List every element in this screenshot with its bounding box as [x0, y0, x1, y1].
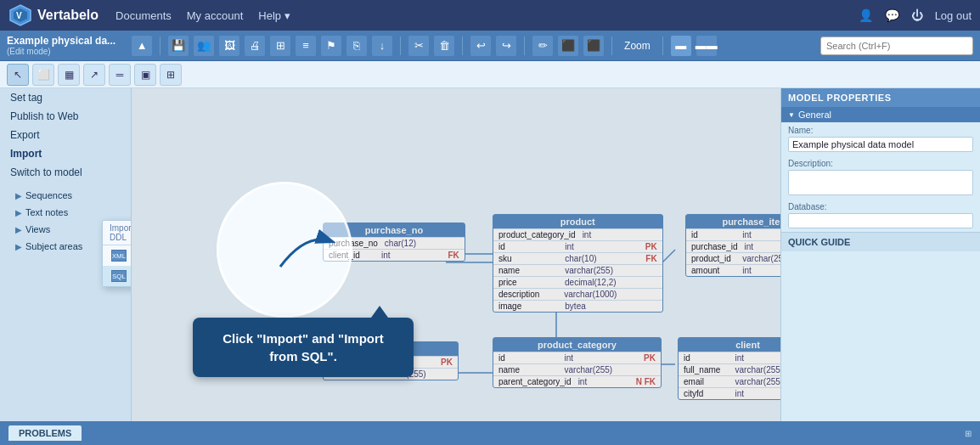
pc-row-3: parent_category_idintN FK: [493, 375, 661, 387]
tb-save-btn[interactable]: 💾: [167, 35, 189, 57]
purchase-item-table[interactable]: purchase_item idintPK purchase_idintFK p…: [685, 214, 780, 277]
nav-links: Documents My account Help ▾: [115, 9, 859, 22]
product-row-3: skuchar(10)FK: [493, 252, 662, 264]
tool-table[interactable]: ▦: [58, 64, 80, 86]
props-db-input[interactable]: [788, 213, 973, 228]
tb-flag-btn[interactable]: ⚑: [320, 35, 342, 57]
props-name-field: Name:: [781, 122, 980, 155]
tb-view2-btn[interactable]: ▬▬: [696, 35, 718, 57]
props-db-field: Database:: [781, 199, 980, 232]
tb-view1-btn[interactable]: ▬: [670, 35, 692, 57]
client-table[interactable]: client idintPK full_namevarchar(255)FK e…: [678, 337, 780, 400]
pi-row-1: idintPK: [686, 228, 780, 240]
purchase-table-header: purchase_no: [324, 223, 465, 237]
tb-import-btn[interactable]: ↓: [371, 35, 393, 57]
tool-fk[interactable]: ↗: [83, 64, 105, 86]
app-name: Vertabelo: [37, 8, 99, 23]
props-name-input[interactable]: [788, 137, 973, 152]
import-sql-item[interactable]: SQL Import from SQL: [103, 266, 132, 286]
tb-delete-btn[interactable]: 🗑: [433, 35, 455, 57]
nav-my-account[interactable]: My account: [187, 9, 243, 22]
chat-icon[interactable]: 💬: [885, 8, 899, 22]
props-desc-field: Description:: [781, 155, 980, 199]
product-table[interactable]: product product_category_idint idintPK s…: [493, 214, 663, 313]
tool-rect-select[interactable]: ⬜: [32, 64, 54, 86]
tb-copy-btn[interactable]: ⎘: [346, 35, 368, 57]
nav-help[interactable]: Help ▾: [258, 9, 290, 22]
props-general-section: ▼ General: [781, 107, 980, 122]
triangle-icon: ▼: [788, 111, 795, 119]
cl-row-2: full_namevarchar(255)FK: [679, 363, 780, 375]
canvas: purchase_no purchase_nochar(12) client_i…: [132, 88, 780, 421]
product-table-header: product: [493, 215, 662, 228]
product-category-table[interactable]: product_category idintPK namevarchar(255…: [493, 337, 662, 388]
toolbar2: ↖ ⬜ ▦ ↗ ═ ▣ ⊞: [0, 61, 980, 88]
main-layout: Set tag Publish to Web Export Import Swi…: [0, 88, 980, 421]
tb-list-btn[interactable]: ≡: [295, 35, 317, 57]
tool-view[interactable]: ▣: [134, 64, 156, 86]
logo[interactable]: V Vertabelo: [8, 3, 99, 27]
sidebar-sequences[interactable]: ▶ Sequences: [0, 187, 131, 204]
purchase-item-header: purchase_item: [686, 215, 780, 228]
tool-relation[interactable]: ═: [109, 64, 131, 86]
props-quick-guide: QUICK GUIDE: [781, 232, 980, 251]
search-input[interactable]: [820, 37, 973, 55]
pc-row-1: idintPK: [493, 352, 661, 363]
purchase-table[interactable]: purchase_no purchase_nochar(12) client_i…: [323, 222, 465, 262]
sep5: [611, 37, 612, 55]
tb-redo-btn[interactable]: ↪: [495, 35, 517, 57]
sidebar-publish[interactable]: Publish to Web: [0, 107, 131, 126]
props-db-label: Database:: [788, 202, 973, 211]
props-desc-label: Description:: [788, 159, 973, 168]
user-icon[interactable]: 👤: [859, 8, 873, 22]
import-xml-item[interactable]: XML Import from XML: [103, 245, 132, 266]
sep6: [662, 37, 663, 55]
tb-image-btn[interactable]: 🖼: [218, 35, 240, 57]
props-title: MODEL PROPERTIES: [781, 88, 980, 107]
svg-text:V: V: [16, 11, 22, 20]
sep4: [524, 37, 525, 55]
sidebar-import[interactable]: Import: [0, 144, 131, 163]
sep3: [462, 37, 463, 55]
xml-icon: XML: [111, 250, 127, 262]
product-row-5: pricedecimal(12,2): [493, 276, 662, 288]
tool-area[interactable]: ⊞: [160, 64, 182, 86]
doc-title: Example physical da...: [7, 35, 115, 47]
tb-cut-btn[interactable]: ✂: [408, 35, 430, 57]
nav-documents[interactable]: Documents: [115, 9, 172, 22]
canvas-coords: ⊞: [965, 429, 972, 438]
tooltip-bubble: Click "Import" and "Import from SQL".: [193, 318, 414, 377]
tb-align-left-btn[interactable]: ⬛: [557, 35, 579, 57]
logout-button[interactable]: Log out: [935, 9, 972, 22]
sidebar-export[interactable]: Export: [0, 126, 131, 144]
tb-edit-btn[interactable]: ✏: [532, 35, 554, 57]
sidebar-switch-model[interactable]: Switch to model: [0, 163, 131, 182]
product-row-7: imagebytea: [493, 300, 662, 312]
sidebar-text-notes[interactable]: ▶ Text notes: [0, 204, 131, 221]
sidebar-set-tag[interactable]: Set tag: [0, 88, 131, 107]
bottom-bar: PROBLEMS ⊞: [0, 421, 980, 445]
zoom-label: Zoom: [619, 40, 656, 52]
product-category-header: product_category: [493, 338, 661, 352]
power-icon[interactable]: ⏻: [911, 8, 923, 22]
purchase-row-1: purchase_nochar(12): [324, 237, 465, 249]
props-name-label: Name:: [788, 126, 973, 135]
top-nav: V Vertabelo Documents My account Help ▾ …: [0, 0, 980, 31]
props-desc-input[interactable]: [788, 170, 973, 195]
product-row-4: namevarchar(255): [493, 264, 662, 276]
pi-row-3: product_idvarchar(255)FK: [686, 252, 780, 264]
doc-subtitle: (Edit mode): [7, 47, 121, 56]
sep1: [160, 37, 161, 55]
tb-expand-btn[interactable]: ▲: [131, 35, 153, 57]
purchase-row-2: client_idintFK: [324, 249, 465, 261]
tool-select[interactable]: ↖: [7, 64, 29, 86]
cl-row-1: idintPK: [679, 352, 780, 363]
tb-align-right-btn[interactable]: ⬛: [583, 35, 605, 57]
tb-grid-btn[interactable]: ⊞: [269, 35, 291, 57]
sql-icon: SQL: [111, 270, 127, 282]
tb-undo-btn[interactable]: ↩: [470, 35, 492, 57]
sep2: [400, 37, 401, 55]
tb-print-btn[interactable]: 🖨: [244, 35, 266, 57]
problems-tab[interactable]: PROBLEMS: [8, 425, 82, 441]
tb-users-btn[interactable]: 👥: [193, 35, 215, 57]
